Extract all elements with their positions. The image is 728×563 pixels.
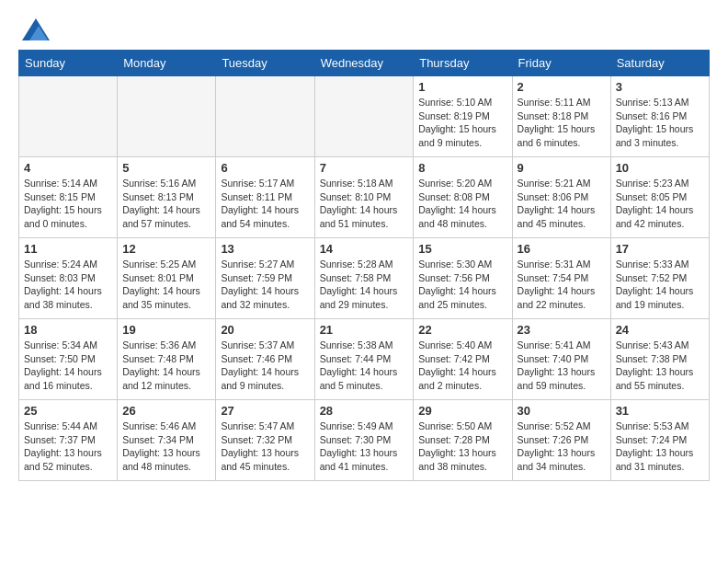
day-number: 15	[418, 242, 506, 256]
calendar-cell	[216, 76, 314, 157]
calendar-cell: 14Sunrise: 5:28 AM Sunset: 7:58 PM Dayli…	[314, 238, 414, 319]
day-info: Sunrise: 5:52 AM Sunset: 7:26 PM Dayligh…	[518, 419, 606, 474]
weekday-header-thursday: Thursday	[414, 51, 512, 76]
day-number: 26	[122, 404, 210, 418]
day-info: Sunrise: 5:31 AM Sunset: 7:54 PM Dayligh…	[518, 258, 606, 312]
calendar-cell	[19, 76, 118, 157]
calendar-cell: 16Sunrise: 5:31 AM Sunset: 7:54 PM Dayli…	[512, 238, 610, 319]
day-number: 13	[221, 242, 309, 256]
week-row-2: 4Sunrise: 5:14 AM Sunset: 8:15 PM Daylig…	[19, 157, 710, 238]
day-number: 3	[616, 80, 704, 94]
day-info: Sunrise: 5:13 AM Sunset: 8:16 PM Dayligh…	[616, 96, 704, 150]
calendar-cell: 1Sunrise: 5:10 AM Sunset: 8:19 PM Daylig…	[414, 76, 512, 157]
weekday-header-saturday: Saturday	[610, 51, 709, 76]
day-info: Sunrise: 5:10 AM Sunset: 8:19 PM Dayligh…	[418, 96, 506, 150]
calendar-cell: 22Sunrise: 5:40 AM Sunset: 7:42 PM Dayli…	[414, 319, 512, 400]
week-row-3: 11Sunrise: 5:24 AM Sunset: 8:03 PM Dayli…	[19, 238, 710, 319]
calendar-cell: 8Sunrise: 5:20 AM Sunset: 8:08 PM Daylig…	[414, 157, 512, 238]
day-number: 28	[320, 404, 409, 418]
day-info: Sunrise: 5:49 AM Sunset: 7:30 PM Dayligh…	[320, 419, 409, 474]
calendar-cell: 15Sunrise: 5:30 AM Sunset: 7:56 PM Dayli…	[414, 238, 512, 319]
calendar-cell: 5Sunrise: 5:16 AM Sunset: 8:13 PM Daylig…	[118, 157, 216, 238]
day-number: 1	[418, 80, 506, 94]
calendar-cell: 10Sunrise: 5:23 AM Sunset: 8:05 PM Dayli…	[610, 157, 709, 238]
week-row-1: 1Sunrise: 5:10 AM Sunset: 8:19 PM Daylig…	[19, 76, 710, 157]
day-number: 4	[24, 161, 112, 175]
day-info: Sunrise: 5:38 AM Sunset: 7:44 PM Dayligh…	[320, 339, 409, 393]
calendar-cell: 21Sunrise: 5:38 AM Sunset: 7:44 PM Dayli…	[314, 319, 414, 400]
day-info: Sunrise: 5:50 AM Sunset: 7:28 PM Dayligh…	[418, 419, 506, 474]
day-number: 8	[418, 161, 506, 175]
calendar-cell: 28Sunrise: 5:49 AM Sunset: 7:30 PM Dayli…	[314, 400, 414, 481]
day-number: 21	[320, 323, 409, 337]
weekday-header-sunday: Sunday	[19, 51, 118, 76]
calendar-cell: 11Sunrise: 5:24 AM Sunset: 8:03 PM Dayli…	[19, 238, 118, 319]
day-info: Sunrise: 5:40 AM Sunset: 7:42 PM Dayligh…	[418, 339, 506, 393]
calendar-cell: 30Sunrise: 5:52 AM Sunset: 7:26 PM Dayli…	[512, 400, 610, 481]
calendar-cell: 27Sunrise: 5:47 AM Sunset: 7:32 PM Dayli…	[216, 400, 314, 481]
day-info: Sunrise: 5:30 AM Sunset: 7:56 PM Dayligh…	[418, 258, 506, 312]
calendar-cell: 18Sunrise: 5:34 AM Sunset: 7:50 PM Dayli…	[19, 319, 118, 400]
day-number: 11	[24, 242, 112, 256]
day-number: 25	[24, 404, 112, 418]
logo	[18, 18, 50, 40]
calendar-cell	[314, 76, 414, 157]
day-info: Sunrise: 5:18 AM Sunset: 8:10 PM Dayligh…	[320, 177, 409, 231]
calendar-cell: 25Sunrise: 5:44 AM Sunset: 7:37 PM Dayli…	[19, 400, 118, 481]
calendar-cell: 23Sunrise: 5:41 AM Sunset: 7:40 PM Dayli…	[512, 319, 610, 400]
day-info: Sunrise: 5:36 AM Sunset: 7:48 PM Dayligh…	[122, 339, 210, 393]
day-number: 27	[221, 404, 309, 418]
weekday-header-friday: Friday	[512, 51, 610, 76]
calendar-table: SundayMondayTuesdayWednesdayThursdayFrid…	[18, 50, 710, 481]
calendar-cell: 29Sunrise: 5:50 AM Sunset: 7:28 PM Dayli…	[414, 400, 512, 481]
day-info: Sunrise: 5:47 AM Sunset: 7:32 PM Dayligh…	[221, 419, 309, 474]
day-info: Sunrise: 5:23 AM Sunset: 8:05 PM Dayligh…	[616, 177, 704, 231]
calendar-cell: 7Sunrise: 5:18 AM Sunset: 8:10 PM Daylig…	[314, 157, 414, 238]
calendar-cell: 3Sunrise: 5:13 AM Sunset: 8:16 PM Daylig…	[610, 76, 709, 157]
calendar-cell: 24Sunrise: 5:43 AM Sunset: 7:38 PM Dayli…	[610, 319, 709, 400]
day-number: 17	[616, 242, 704, 256]
day-info: Sunrise: 5:37 AM Sunset: 7:46 PM Dayligh…	[221, 339, 309, 393]
weekday-header-tuesday: Tuesday	[216, 51, 314, 76]
day-number: 30	[518, 404, 606, 418]
day-number: 29	[418, 404, 506, 418]
day-info: Sunrise: 5:21 AM Sunset: 8:06 PM Dayligh…	[518, 177, 606, 231]
day-info: Sunrise: 5:17 AM Sunset: 8:11 PM Dayligh…	[221, 177, 309, 231]
weekday-header-wednesday: Wednesday	[314, 51, 414, 76]
day-number: 20	[221, 323, 309, 337]
calendar-cell	[118, 76, 216, 157]
week-row-4: 18Sunrise: 5:34 AM Sunset: 7:50 PM Dayli…	[19, 319, 710, 400]
day-number: 14	[320, 242, 409, 256]
calendar-cell: 19Sunrise: 5:36 AM Sunset: 7:48 PM Dayli…	[118, 319, 216, 400]
day-number: 2	[518, 80, 606, 94]
day-number: 31	[616, 404, 704, 418]
calendar-cell: 26Sunrise: 5:46 AM Sunset: 7:34 PM Dayli…	[118, 400, 216, 481]
day-number: 9	[518, 161, 606, 175]
calendar-cell: 6Sunrise: 5:17 AM Sunset: 8:11 PM Daylig…	[216, 157, 314, 238]
weekday-header-monday: Monday	[118, 51, 216, 76]
day-number: 5	[122, 161, 210, 175]
day-info: Sunrise: 5:11 AM Sunset: 8:18 PM Dayligh…	[518, 96, 606, 150]
calendar-cell: 2Sunrise: 5:11 AM Sunset: 8:18 PM Daylig…	[512, 76, 610, 157]
day-info: Sunrise: 5:27 AM Sunset: 7:59 PM Dayligh…	[221, 258, 309, 312]
day-info: Sunrise: 5:34 AM Sunset: 7:50 PM Dayligh…	[24, 339, 112, 393]
day-info: Sunrise: 5:25 AM Sunset: 8:01 PM Dayligh…	[122, 258, 210, 312]
day-info: Sunrise: 5:14 AM Sunset: 8:15 PM Dayligh…	[24, 177, 112, 231]
week-row-5: 25Sunrise: 5:44 AM Sunset: 7:37 PM Dayli…	[19, 400, 710, 481]
day-number: 7	[320, 161, 409, 175]
day-info: Sunrise: 5:53 AM Sunset: 7:24 PM Dayligh…	[616, 419, 704, 474]
day-number: 23	[518, 323, 606, 337]
day-info: Sunrise: 5:20 AM Sunset: 8:08 PM Dayligh…	[418, 177, 506, 231]
calendar-cell: 17Sunrise: 5:33 AM Sunset: 7:52 PM Dayli…	[610, 238, 709, 319]
calendar-cell: 12Sunrise: 5:25 AM Sunset: 8:01 PM Dayli…	[118, 238, 216, 319]
day-number: 24	[616, 323, 704, 337]
day-info: Sunrise: 5:24 AM Sunset: 8:03 PM Dayligh…	[24, 258, 112, 312]
day-number: 22	[418, 323, 506, 337]
day-number: 19	[122, 323, 210, 337]
calendar-cell: 13Sunrise: 5:27 AM Sunset: 7:59 PM Dayli…	[216, 238, 314, 319]
day-info: Sunrise: 5:16 AM Sunset: 8:13 PM Dayligh…	[122, 177, 210, 231]
day-info: Sunrise: 5:46 AM Sunset: 7:34 PM Dayligh…	[122, 419, 210, 474]
weekday-header-row: SundayMondayTuesdayWednesdayThursdayFrid…	[19, 51, 710, 76]
logo-icon	[22, 18, 50, 40]
day-info: Sunrise: 5:43 AM Sunset: 7:38 PM Dayligh…	[616, 339, 704, 393]
